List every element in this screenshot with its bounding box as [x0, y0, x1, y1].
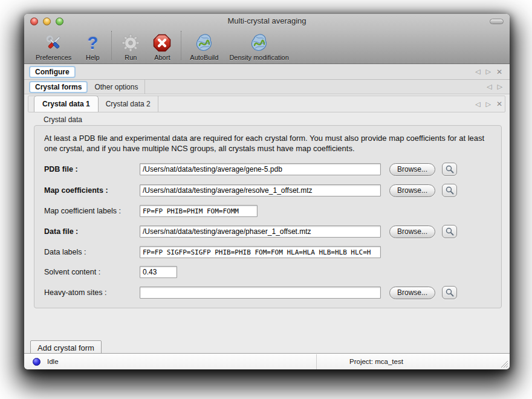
protein-model-icon — [249, 33, 270, 53]
tab-crystal-data-2[interactable]: Crystal data 2 — [99, 96, 158, 112]
tab-close-icon[interactable]: ✕ — [496, 100, 502, 108]
tools-icon — [44, 33, 64, 53]
browse-button[interactable]: Browse... — [389, 184, 435, 197]
solvent-content-input[interactable] — [140, 266, 177, 278]
tab-crystal-data-1[interactable]: Crystal data 1 — [34, 96, 99, 112]
form-row-solvent-content: Solvent content : — [44, 266, 501, 278]
data-labels-input[interactable] — [140, 246, 381, 258]
toolbar-label: Help — [86, 54, 100, 61]
resize-grip[interactable] — [501, 360, 508, 368]
form-row-heavy-atom-sites: Heavy-atom sites : Browse... — [44, 286, 501, 299]
form-row-data-labels: Data labels : — [44, 246, 501, 258]
toolbar-label: Preferences — [36, 54, 71, 61]
tab-next-icon[interactable]: ▷ — [485, 100, 490, 108]
toolbar-label: Run — [125, 54, 137, 61]
toolbar-label: Abort — [154, 54, 170, 61]
magnifier-icon[interactable] — [442, 184, 457, 197]
toolbar-item-autobuild[interactable]: AutoBuild — [184, 33, 224, 61]
field-label: Map coefficient labels : — [44, 207, 140, 215]
field-label: Map coefficients : — [44, 186, 140, 195]
toolbar: Preferences ? Help — [24, 29, 510, 63]
form-row-map-coefficients: Map coefficients : Browse... — [44, 184, 501, 197]
heavy-atom-sites-input[interactable] — [140, 287, 381, 299]
tab-configure[interactable]: Configure — [29, 66, 76, 78]
form-row-data-file: Data file : Browse... — [44, 225, 501, 238]
stop-x-icon — [152, 33, 172, 53]
tab-other-options[interactable]: Other options — [88, 82, 144, 92]
magnifier-icon[interactable] — [442, 286, 457, 299]
toolbar-separator — [181, 31, 181, 60]
field-label: Data labels : — [44, 248, 140, 256]
browse-button[interactable]: Browse... — [389, 287, 435, 299]
data-file-input[interactable] — [140, 225, 381, 238]
toolbar-item-run[interactable]: Run — [115, 33, 146, 61]
tab-next-icon[interactable]: ▷ — [485, 68, 490, 76]
tab-row-controls: ◁ ▷ ✕ — [475, 96, 505, 112]
map-coefficients-input[interactable] — [140, 184, 381, 196]
form-row-map-coefficient-labels: Map coefficient labels : — [44, 205, 501, 217]
toolbar-label: AutoBuild — [190, 54, 218, 61]
groupbox-label: Crystal data — [44, 115, 510, 124]
page-content: Crystal data 1 Crystal data 2 ◁ ▷ ✕ Crys… — [24, 96, 510, 369]
toolbar-item-density-modification[interactable]: Density modification — [224, 33, 294, 61]
browse-button[interactable]: Browse... — [389, 163, 435, 176]
desktop-background: Multi-crystal averaging — [0, 0, 532, 399]
titlebar[interactable]: Multi-crystal averaging — [24, 14, 510, 29]
tab-crystal-forms[interactable]: Crystal forms — [29, 81, 88, 93]
protein-model-icon — [194, 33, 215, 53]
toolbar-item-preferences[interactable]: Preferences — [30, 33, 77, 61]
status-divider — [316, 354, 317, 369]
status-text: Idle — [47, 358, 59, 365]
tab-divider — [144, 80, 145, 94]
gear-icon — [120, 33, 141, 53]
tab-next-icon[interactable]: ▷ — [498, 83, 502, 91]
toolbar-separator — [111, 31, 112, 60]
description-text: At least a PDB file and experimental dat… — [44, 134, 496, 154]
tab-prev-icon[interactable]: ◁ — [487, 83, 491, 91]
tab-divider — [158, 96, 158, 112]
toolbar-toggle-pill-button[interactable] — [490, 19, 504, 24]
window-chrome: Multi-crystal averaging — [24, 14, 510, 64]
field-label: Solvent content : — [44, 268, 140, 276]
form-row-pdb-file: PDB file : Browse... — [44, 163, 501, 176]
tab-row-controls: ◁ ▷ — [487, 83, 505, 91]
status-bar: Idle Project: mca_test — [24, 353, 510, 369]
crystal-data-groupbox: At least a PDB file and experimental dat… — [34, 125, 502, 308]
tab-prev-icon[interactable]: ◁ — [475, 100, 480, 108]
magnifier-icon[interactable] — [442, 163, 457, 176]
field-label: Data file : — [44, 227, 140, 236]
status-indicator-icon — [33, 358, 41, 366]
field-label: Heavy-atom sites : — [44, 288, 140, 297]
app-window: Multi-crystal averaging — [24, 14, 510, 369]
configure-tab-row: Configure ◁ ▷ ✕ — [24, 64, 510, 80]
field-label: PDB file : — [44, 165, 140, 174]
question-icon: ? — [82, 33, 103, 53]
project-label: Project: mca_test — [349, 358, 403, 365]
toolbar-label: Density modification — [229, 54, 288, 61]
map-coefficient-labels-input[interactable] — [140, 205, 258, 217]
options-tab-row: Crystal forms Other options ◁ ▷ — [24, 80, 510, 94]
tab-prev-icon[interactable]: ◁ — [475, 68, 480, 76]
window-title: Multi-crystal averaging — [24, 16, 510, 25]
crystal-data-tab-strip: Crystal data 1 Crystal data 2 ◁ ▷ ✕ — [28, 96, 505, 112]
magnifier-icon[interactable] — [442, 225, 457, 238]
toolbar-item-help[interactable]: ? Help — [77, 33, 108, 61]
pdb-file-input[interactable] — [140, 163, 381, 175]
toolbar-item-abort[interactable]: Abort — [146, 33, 178, 61]
tab-row-controls: ◁ ▷ ✕ — [475, 68, 505, 76]
tab-close-icon[interactable]: ✕ — [496, 68, 502, 76]
browse-button[interactable]: Browse... — [389, 225, 435, 238]
